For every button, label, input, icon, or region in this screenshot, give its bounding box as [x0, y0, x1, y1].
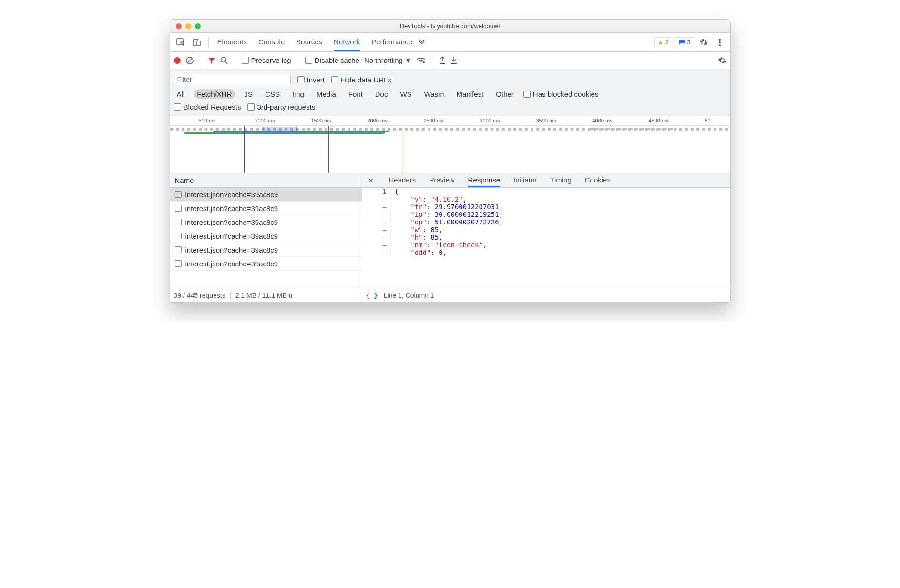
request-row[interactable]: interest.json?cache=39ac8c9	[170, 188, 362, 202]
detail-tab-timing[interactable]: Timing	[550, 173, 571, 187]
column-name-label: Name	[175, 176, 194, 184]
disable-cache-checkbox[interactable]: Disable cache	[305, 56, 359, 64]
svg-rect-12	[451, 63, 457, 64]
record-button[interactable]	[174, 57, 181, 64]
detail-panel: ✕ HeadersPreviewResponseInitiatorTimingC…	[362, 173, 730, 302]
request-list-header[interactable]: Name	[170, 173, 362, 188]
request-name: interest.json?cache=39ac8c9	[185, 204, 278, 213]
panel-tab-console[interactable]: Console	[258, 33, 285, 51]
panel-tab-elements[interactable]: Elements	[217, 33, 247, 51]
filter-type-wasm[interactable]: Wasm	[421, 89, 447, 99]
invert-checkbox[interactable]: Invert	[297, 76, 325, 84]
throttling-value: No throttling	[364, 56, 403, 64]
filter-type-doc[interactable]: Doc	[372, 89, 391, 99]
filter-type-media[interactable]: Media	[314, 89, 339, 99]
detail-tabs: ✕ HeadersPreviewResponseInitiatorTimingC…	[362, 173, 730, 188]
filter-type-font[interactable]: Font	[346, 89, 366, 99]
detail-tab-preview[interactable]: Preview	[429, 173, 454, 187]
import-har-icon[interactable]	[439, 57, 446, 64]
clear-button[interactable]	[185, 56, 194, 65]
network-timeline[interactable]: 500 ms1000 ms1500 ms2000 ms2500 ms3000 m…	[170, 116, 730, 173]
warnings-badge[interactable]: ▲ 2	[654, 37, 672, 47]
preserve-log-checkbox[interactable]: Preserve log	[242, 56, 291, 64]
timeline-tick: 1000 ms	[255, 118, 275, 123]
filter-type-css[interactable]: CSS	[262, 89, 283, 99]
panel-tabs-bar: ElementsConsoleSourcesNetworkPerformance…	[170, 33, 730, 52]
code-content: {	[391, 188, 399, 195]
settings-icon[interactable]	[697, 36, 710, 49]
throttling-select[interactable]: No throttling ▼	[364, 56, 412, 64]
close-detail-icon[interactable]: ✕	[368, 177, 374, 184]
network-settings-icon[interactable]	[718, 56, 726, 65]
kebab-menu-icon[interactable]	[713, 36, 726, 49]
maximize-window-button[interactable]	[195, 23, 201, 29]
request-list-body[interactable]: interest.json?cache=39ac8c9interest.json…	[170, 188, 362, 288]
detail-tab-cookies[interactable]: Cookies	[585, 173, 611, 187]
warnings-count: 2	[665, 39, 669, 46]
timeline-body	[170, 126, 730, 173]
separator	[201, 55, 201, 66]
filter-type-ws[interactable]: WS	[397, 89, 414, 99]
filter-toggle-icon[interactable]	[208, 57, 215, 64]
panel-tab-network[interactable]: Network	[334, 33, 360, 51]
detail-statusbar: { } Line 1, Column 1	[362, 288, 730, 302]
line-gutter: –	[362, 249, 391, 256]
inspect-element-icon[interactable]	[174, 36, 187, 49]
messages-badge[interactable]: 3	[675, 37, 694, 47]
svg-point-8	[221, 57, 225, 62]
line-gutter: –	[362, 241, 391, 249]
timeline-tick: 3500 ms	[536, 118, 556, 123]
code-content: "ip": 30.0000012219251,	[391, 211, 503, 218]
has-blocked-cookies-checkbox[interactable]: Has blocked cookies	[523, 90, 599, 98]
timeline-tick: 2000 ms	[368, 118, 388, 123]
timeline-tick: 4000 ms	[593, 118, 613, 123]
detail-tab-headers[interactable]: Headers	[389, 173, 416, 187]
request-row[interactable]: interest.json?cache=39ac8c9	[170, 229, 362, 243]
line-gutter: –	[362, 195, 391, 203]
separator	[208, 37, 209, 48]
svg-line-9	[225, 62, 227, 64]
blocked-requests-checkbox[interactable]: Blocked Requests	[174, 103, 241, 111]
filter-type-img[interactable]: Img	[289, 89, 307, 99]
request-name: interest.json?cache=39ac8c9	[185, 260, 278, 268]
svg-point-5	[719, 44, 721, 46]
line-gutter: –	[362, 233, 391, 241]
close-window-button[interactable]	[176, 23, 182, 29]
filter-type-manifest[interactable]: Manifest	[454, 89, 487, 99]
response-body[interactable]: 1{– "v": "4.10.2",– "fr": 29.97000122070…	[362, 188, 730, 288]
panel-tab-performance[interactable]: Performance	[371, 33, 412, 51]
cursor-position: Line 1, Column 1	[384, 292, 434, 299]
request-name: interest.json?cache=39ac8c9	[185, 232, 278, 240]
code-content: "v": "4.10.2",	[391, 195, 467, 203]
minimize-window-button[interactable]	[185, 23, 191, 29]
request-row[interactable]: interest.json?cache=39ac8c9	[170, 243, 362, 257]
hide-data-urls-checkbox[interactable]: Hide data URLs	[331, 76, 391, 84]
svg-line-7	[187, 58, 192, 63]
network-conditions-icon[interactable]	[417, 57, 425, 64]
toggle-device-toolbar-icon[interactable]	[190, 36, 204, 49]
network-filter-bar: Invert Hide data URLs AllFetch/XHRJSCSSI…	[170, 69, 730, 116]
request-row[interactable]: interest.json?cache=39ac8c9	[170, 215, 362, 229]
export-har-icon[interactable]	[450, 57, 457, 64]
search-icon[interactable]	[220, 57, 228, 64]
detail-tab-initiator[interactable]: Initiator	[513, 173, 537, 187]
filter-input[interactable]	[174, 74, 291, 85]
line-gutter: –	[362, 203, 391, 211]
filter-type-other[interactable]: Other	[493, 89, 517, 99]
checkbox-icon	[242, 57, 249, 64]
timeline-tick: 50	[705, 118, 711, 123]
filter-type-all[interactable]: All	[174, 89, 188, 99]
pretty-print-button[interactable]: { }	[366, 292, 378, 299]
network-toolbar: Preserve log Disable cache No throttling…	[170, 52, 730, 69]
request-row[interactable]: interest.json?cache=39ac8c9	[170, 202, 362, 215]
chevron-down-icon: ▼	[405, 56, 412, 64]
file-icon	[175, 260, 182, 267]
detail-tab-response[interactable]: Response	[468, 173, 501, 187]
request-row[interactable]: interest.json?cache=39ac8c9	[170, 257, 362, 271]
third-party-checkbox[interactable]: 3rd-party requests	[247, 103, 315, 111]
code-content: "ddd": 0,	[391, 249, 447, 256]
more-panels-icon[interactable]	[415, 36, 429, 49]
filter-type-fetchxhr[interactable]: Fetch/XHR	[194, 89, 235, 99]
panel-tab-sources[interactable]: Sources	[296, 33, 322, 51]
filter-type-js[interactable]: JS	[242, 89, 256, 99]
